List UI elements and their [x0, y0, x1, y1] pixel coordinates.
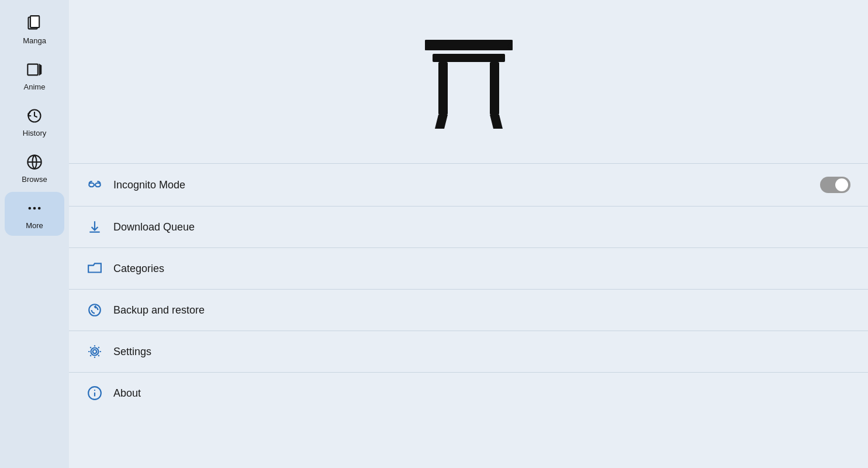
sidebar-item-anime-label: Anime: [24, 82, 46, 91]
anime-icon: [26, 61, 43, 80]
history-icon: [26, 108, 43, 126]
sidebar-item-browse[interactable]: Browse: [5, 146, 64, 190]
svg-point-23: [91, 348, 99, 356]
backup-restore-item[interactable]: Backup and restore: [69, 290, 868, 331]
app-logo: [422, 29, 516, 135]
svg-rect-1: [30, 16, 39, 27]
categories-icon: [87, 261, 103, 276]
svg-rect-10: [425, 40, 513, 50]
about-icon: [87, 386, 103, 401]
download-queue-item[interactable]: Download Queue: [69, 207, 868, 248]
svg-marker-14: [435, 115, 448, 129]
browse-icon: [26, 154, 43, 173]
more-icon: [26, 200, 43, 219]
svg-rect-12: [438, 62, 448, 115]
svg-point-8: [33, 207, 36, 210]
settings-item[interactable]: Settings: [69, 331, 868, 373]
incognito-toggle[interactable]: [820, 177, 850, 193]
svg-point-18: [89, 183, 94, 187]
svg-point-9: [38, 207, 41, 210]
svg-marker-3: [39, 64, 42, 75]
download-icon: [87, 219, 103, 235]
svg-rect-2: [27, 64, 38, 75]
svg-point-7: [29, 207, 32, 210]
manga-icon: [26, 15, 43, 34]
settings-section: Settings About: [69, 331, 868, 414]
categories-label: Categories: [113, 263, 164, 275]
settings-icon: [87, 344, 103, 359]
sidebar-item-history-label: History: [23, 129, 46, 137]
sidebar-item-more-label: More: [26, 221, 43, 230]
sidebar-item-manga-label: Manga: [23, 36, 46, 45]
download-queue-label: Download Queue: [113, 221, 195, 233]
logo-area: [69, 0, 868, 164]
sidebar-item-anime[interactable]: Anime: [5, 53, 64, 97]
svg-point-19: [95, 183, 101, 187]
sidebar-item-browse-label: Browse: [22, 175, 47, 184]
sidebar-item-manga[interactable]: Manga: [5, 7, 64, 51]
incognito-left: Incognito Mode: [87, 177, 185, 192]
incognito-icon: [87, 177, 103, 192]
sidebar: Manga Anime History: [0, 0, 69, 468]
categories-item[interactable]: Categories: [69, 248, 868, 290]
svg-rect-11: [433, 54, 505, 62]
svg-point-26: [94, 390, 95, 391]
about-label: About: [113, 387, 141, 400]
svg-point-22: [93, 350, 97, 354]
settings-label: Settings: [113, 346, 151, 358]
sidebar-item-more[interactable]: More: [5, 192, 64, 236]
svg-rect-13: [490, 62, 499, 115]
incognito-mode-item[interactable]: Incognito Mode: [69, 164, 868, 206]
main-content: Incognito Mode Download Queue Cate: [69, 0, 868, 468]
about-item[interactable]: About: [69, 373, 868, 414]
incognito-section: Incognito Mode: [69, 164, 868, 207]
incognito-label: Incognito Mode: [113, 179, 185, 191]
svg-marker-15: [490, 115, 503, 129]
backup-icon: [87, 302, 103, 318]
tools-section: Download Queue Categories Backup and res…: [69, 207, 868, 331]
backup-restore-label: Backup and restore: [113, 304, 205, 316]
sidebar-item-history[interactable]: History: [5, 99, 64, 143]
